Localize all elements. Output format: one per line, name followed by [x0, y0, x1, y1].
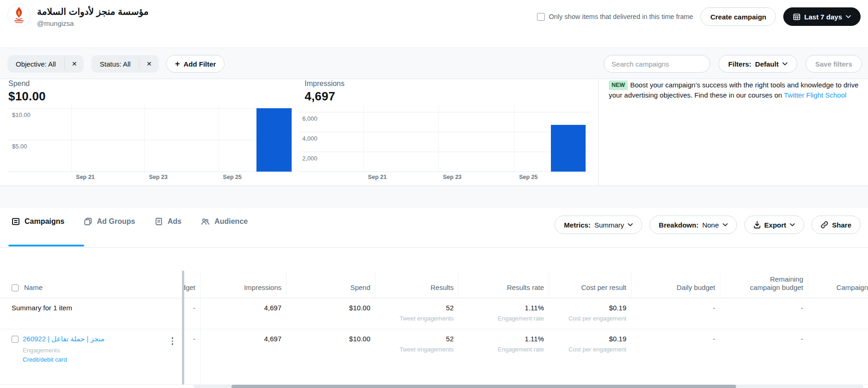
- add-filter-button[interactable]: + Add Filter: [166, 55, 225, 73]
- x-gridline: [71, 105, 72, 172]
- spend-chart-total: $10.00: [8, 89, 292, 104]
- impressions-bar[interactable]: [551, 125, 586, 172]
- filter-chip-status-label[interactable]: Status: All: [91, 55, 139, 73]
- entity-tabs: Campaigns Ad Groups Ads: [12, 217, 248, 226]
- column-resize-handle[interactable]: [182, 271, 184, 385]
- tab-audience[interactable]: Audience: [201, 217, 248, 226]
- summary-cost-per-result-cell: $0.19 Cost per engagement: [549, 298, 631, 329]
- x-gridline: [438, 105, 439, 172]
- column-header-impressions[interactable]: Impressions: [200, 271, 286, 298]
- column-header-results[interactable]: Results: [375, 271, 458, 298]
- campaign-cost-per-result-cell: $0.19 Cost per engagement: [549, 329, 631, 384]
- funding-source-link[interactable]: Credit/debit card: [23, 356, 67, 363]
- tabs-bar: Campaigns Ad Groups Ads: [0, 208, 868, 248]
- export-label: Export: [764, 221, 787, 229]
- x-gridline: [363, 105, 364, 172]
- campaign-campaign-cell: [808, 329, 868, 384]
- breakdown-button[interactable]: Breakdown: None: [649, 216, 737, 234]
- y-gridline: [8, 108, 292, 109]
- column-header-campaign[interactable]: Campaign: [808, 271, 868, 298]
- table-header-row: Name Budget Impressions Spend Results Re…: [0, 271, 868, 298]
- y-axis-label: $5.00: [12, 143, 27, 150]
- spend-chart-x-axis: Sep 21Sep 23Sep 25: [8, 174, 292, 182]
- cost-per-result-column-label: Cost per result: [581, 283, 626, 292]
- campaign-remaining-budget-cell: -: [720, 329, 808, 384]
- filter-tools: Filters: Default Save filters: [604, 55, 862, 73]
- create-campaign-label: Create campaign: [710, 13, 766, 21]
- delivered-filter-label: Only show items that delivered in this t…: [549, 13, 693, 20]
- active-filters: Objective: All ✕ Status: All ✕ + Add Fil…: [7, 55, 225, 73]
- tab-campaigns[interactable]: Campaigns: [12, 217, 64, 226]
- tab-ad-groups[interactable]: Ad Groups: [84, 217, 135, 226]
- add-filter-label: Add Filter: [183, 60, 216, 68]
- chevron-down-icon: [628, 223, 633, 227]
- column-header-name[interactable]: Name: [0, 271, 184, 298]
- campaign-budget-cell: -: [184, 329, 200, 384]
- campaign-impressions-cell: 4,697: [200, 329, 286, 384]
- impressions-chart-total: 4,697: [305, 89, 590, 104]
- spend-chart-plot: $10.00$5.00: [8, 105, 292, 172]
- name-column-label: Name: [24, 283, 43, 292]
- search-input[interactable]: [612, 60, 704, 68]
- filters-preset-button[interactable]: Filters: Default: [718, 55, 797, 73]
- campaign-name-cell: منجز | حملة تفاعل | 260922 Engagements C…: [0, 329, 184, 384]
- new-badge: NEW: [609, 80, 628, 90]
- summary-results-rate-subtext: Engagement rate: [498, 315, 544, 322]
- campaign-results-subtext: Tweet engagements: [400, 346, 454, 353]
- filter-chip-objective-label[interactable]: Objective: All: [7, 55, 64, 73]
- tab-ads[interactable]: Ads: [155, 217, 181, 226]
- twitter-flight-school-link[interactable]: Twitter Flight School: [784, 91, 846, 99]
- account-handle: @mungizsa: [37, 19, 149, 27]
- column-header-spend[interactable]: Spend: [286, 271, 375, 298]
- create-campaign-button[interactable]: Create campaign: [700, 7, 776, 26]
- page-header: مؤسسة منجز لأدوات السلامة @mungizsa Only…: [0, 0, 868, 48]
- row-menu-icon[interactable]: [171, 336, 175, 346]
- x-gridline: [219, 105, 219, 172]
- y-axis-label: $10.00: [12, 111, 31, 118]
- tab-ad-groups-label: Ad Groups: [97, 217, 135, 226]
- column-header-cost-per-result[interactable]: Cost per result: [549, 271, 631, 298]
- date-range-button[interactable]: Last 7 days: [783, 7, 861, 26]
- summary-label: Summary for 1 item: [12, 304, 72, 312]
- share-button[interactable]: Share: [812, 216, 861, 234]
- filters-value: Default: [755, 60, 779, 68]
- select-all-checkbox[interactable]: [12, 284, 19, 291]
- results-rate-column-label: Results rate: [507, 283, 544, 292]
- download-icon: [754, 221, 761, 228]
- column-header-results-rate[interactable]: Results rate: [458, 271, 549, 298]
- spend-chart-title: Spend: [8, 80, 292, 88]
- spend-bar[interactable]: [256, 108, 291, 172]
- breakdown-value: None: [702, 221, 719, 229]
- column-header-budget[interactable]: Budget: [184, 271, 200, 298]
- summary-results-rate-cell: 1.11% Engagement rate: [458, 298, 549, 329]
- delivered-filter-checkbox[interactable]: [537, 13, 545, 21]
- y-axis-label: 6,000: [302, 115, 318, 122]
- remove-objective-filter-icon[interactable]: ✕: [65, 55, 84, 73]
- date-range-label: Last 7 days: [804, 13, 842, 21]
- account-avatar[interactable]: [7, 4, 31, 27]
- account-info: مؤسسة منجز لأدوات السلامة @mungizsa: [37, 6, 149, 27]
- filter-chip-objective: Objective: All ✕: [7, 55, 84, 73]
- impressions-column-label: Impressions: [244, 283, 281, 292]
- x-axis-label: Sep 25: [223, 174, 242, 180]
- daily-budget-column-label: Daily budget: [677, 283, 715, 292]
- column-header-daily-budget[interactable]: Daily budget: [631, 271, 720, 298]
- chevron-down-icon: [846, 15, 851, 18]
- summary-remaining-budget-cell: -: [720, 298, 808, 329]
- metrics-button[interactable]: Metrics: Summary: [555, 216, 642, 234]
- save-filters-button[interactable]: Save filters: [806, 55, 862, 73]
- results-column-label: Results: [431, 283, 454, 292]
- header-actions: Only show items that delivered in this t…: [537, 6, 861, 27]
- twitter-ads-dashboard: مؤسسة منجز لأدوات السلامة @mungizsa Only…: [0, 0, 868, 388]
- export-button[interactable]: Export: [744, 216, 805, 234]
- y-gridline: [299, 132, 590, 132]
- remove-status-filter-icon[interactable]: ✕: [139, 55, 159, 73]
- horizontal-scrollbar-thumb[interactable]: [231, 385, 736, 388]
- row-checkbox[interactable]: [12, 336, 19, 343]
- active-tab-indicator: [8, 245, 84, 246]
- column-header-remaining-campaign-budget[interactable]: Remaining campaign budget: [720, 271, 808, 298]
- summary-impressions-cell: 4,697: [200, 298, 286, 329]
- campaign-name-link[interactable]: منجز | حملة تفاعل | 260922: [23, 335, 105, 343]
- calendar-icon: [793, 13, 800, 20]
- charts-panel: Spend $10.00 $10.00$5.00 Sep 21Sep 23Sep…: [0, 80, 868, 186]
